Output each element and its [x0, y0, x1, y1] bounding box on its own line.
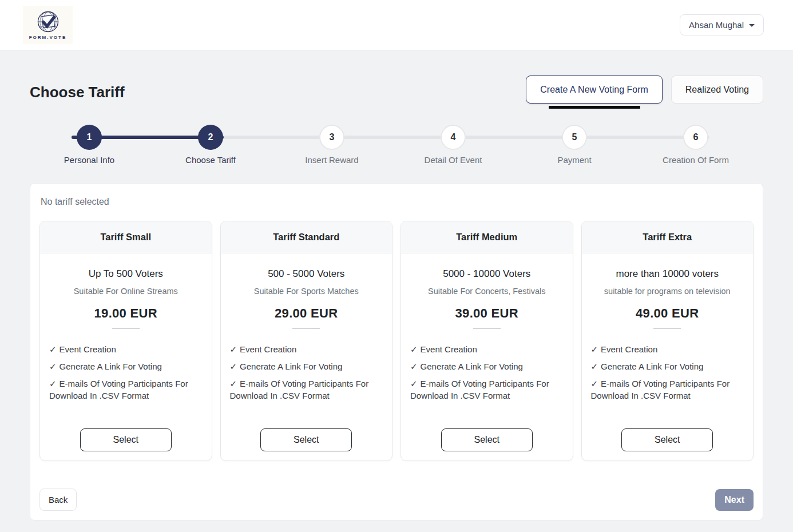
- feature-item: ✓E-mails Of Voting Participants For Down…: [410, 378, 564, 403]
- tariff-card-medium: Tariff Medium 5000 - 10000 Voters Suitab…: [401, 221, 573, 461]
- feature-item: ✓Event Creation: [591, 343, 744, 356]
- voters-range: Up To 500 Voters: [89, 268, 163, 280]
- feature-item: ✓Generate A Link For Voting: [591, 360, 744, 373]
- feature-text: Event Creation: [60, 344, 116, 354]
- tab-realized-voting[interactable]: Realized Voting: [671, 76, 763, 104]
- step-label-5: Payment: [526, 155, 623, 165]
- price: 49.00 EUR: [636, 306, 699, 321]
- suitable-for: Suitable For Online Streams: [74, 287, 178, 296]
- check-icon: ✓: [591, 344, 598, 354]
- tariff-card-body: 5000 - 10000 Voters Suitable For Concert…: [401, 253, 573, 460]
- check-icon: ✓: [591, 362, 598, 371]
- check-icon: ✓: [230, 379, 237, 388]
- status-text: No tariff selected: [41, 197, 754, 207]
- tariff-name: Tariff Small: [40, 221, 212, 253]
- top-header: FORM.VOTE Ahsan Mughal: [0, 0, 793, 50]
- next-button[interactable]: Next: [715, 489, 754, 511]
- back-button[interactable]: Back: [39, 489, 77, 511]
- user-name: Ahsan Mughal: [689, 20, 744, 30]
- logo-wordmark: FORM.VOTE: [29, 35, 67, 40]
- step-circle-5[interactable]: 5: [562, 125, 587, 150]
- active-tab-underline: [549, 106, 640, 109]
- step-detail-of-event: 4 Detail Of Event: [405, 125, 502, 165]
- feature-text: Generate A Link For Voting: [421, 362, 523, 371]
- feature-item: ✓Event Creation: [410, 343, 564, 356]
- page-title: Choose Tariff: [30, 84, 125, 101]
- feature-text: Generate A Link For Voting: [60, 362, 162, 371]
- feature-list: ✓Event Creation ✓Generate A Link For Vot…: [591, 339, 744, 402]
- step-label-2: Choose Tariff: [162, 155, 259, 165]
- tariff-name: Tariff Extra: [582, 221, 754, 253]
- price: 19.00 EUR: [94, 306, 157, 321]
- step-circle-3[interactable]: 3: [319, 125, 344, 150]
- tariff-panel: No tariff selected Tariff Small Up To 50…: [30, 183, 763, 521]
- step-circle-6[interactable]: 6: [683, 125, 708, 150]
- feature-list: ✓Event Creation ✓Generate A Link For Vot…: [410, 339, 564, 402]
- check-icon: ✓: [410, 379, 418, 388]
- view-tabs: Create A New Voting Form Realized Voting: [526, 76, 763, 109]
- check-icon: ✓: [591, 379, 598, 388]
- feature-text: Event Creation: [421, 344, 477, 354]
- tariff-card-body: more than 10000 voters suitable for prog…: [582, 253, 754, 460]
- tariff-name: Tariff Standard: [221, 221, 392, 253]
- feature-text: E-mails Of Voting Participants For Downl…: [49, 379, 188, 401]
- logo[interactable]: FORM.VOTE: [23, 6, 73, 44]
- feature-item: ✓E-mails Of Voting Participants For Down…: [230, 378, 383, 403]
- feature-text: Event Creation: [601, 344, 657, 354]
- user-menu-button[interactable]: Ahsan Mughal: [680, 14, 764, 35]
- tariff-card-small: Tariff Small Up To 500 Voters Suitable F…: [39, 221, 212, 461]
- feature-item: ✓E-mails Of Voting Participants For Down…: [591, 378, 744, 403]
- tariff-card-body: 500 - 5000 Voters Suitable For Sports Ma…: [221, 253, 392, 460]
- select-tariff-medium-button[interactable]: Select: [441, 428, 533, 451]
- price: 39.00 EUR: [455, 306, 518, 321]
- step-label-6: Creation Of Form: [647, 155, 744, 165]
- price-divider: [473, 328, 501, 329]
- check-icon: ✓: [410, 362, 418, 371]
- suitable-for: suitable for programs on television: [604, 287, 731, 296]
- check-icon: ✓: [230, 362, 237, 371]
- feature-text: Generate A Link For Voting: [240, 362, 342, 371]
- feature-text: Event Creation: [240, 344, 296, 354]
- step-payment: 5 Payment: [526, 125, 623, 165]
- tab-create-new-voting-form[interactable]: Create A New Voting Form: [526, 76, 663, 104]
- tariff-name: Tariff Medium: [401, 221, 573, 253]
- suitable-for: Suitable For Sports Matches: [254, 287, 359, 296]
- stepper: 1 Personal Info 2 Choose Tariff 3 Insert…: [30, 125, 763, 168]
- feature-item: ✓Event Creation: [49, 343, 203, 356]
- tariff-card-extra: Tariff Extra more than 10000 voters suit…: [581, 221, 754, 461]
- feature-list: ✓Event Creation ✓Generate A Link For Vot…: [230, 339, 383, 402]
- check-icon: ✓: [49, 379, 57, 388]
- step-personal-info: 1 Personal Info: [41, 125, 138, 165]
- step-circle-4[interactable]: 4: [441, 125, 466, 150]
- step-creation-of-form: 6 Creation Of Form: [647, 125, 744, 165]
- feature-item: ✓Event Creation: [230, 343, 383, 356]
- suitable-for: Suitable For Concerts, Festivals: [428, 287, 546, 296]
- voters-range: 500 - 5000 Voters: [268, 268, 344, 280]
- feature-text: E-mails Of Voting Participants For Downl…: [410, 379, 549, 401]
- feature-text: Generate A Link For Voting: [601, 362, 703, 371]
- formvote-globe-check-icon: [36, 10, 60, 34]
- step-insert-reward: 3 Insert Reward: [283, 125, 380, 165]
- step-choose-tariff: 2 Choose Tariff: [162, 125, 259, 165]
- wizard-footer: Back Next: [39, 489, 754, 511]
- price-divider: [112, 328, 140, 329]
- check-icon: ✓: [410, 344, 418, 354]
- feature-item: ✓Generate A Link For Voting: [230, 360, 383, 373]
- step-label-1: Personal Info: [41, 155, 138, 165]
- feature-list: ✓Event Creation ✓Generate A Link For Vot…: [49, 339, 203, 402]
- select-tariff-small-button[interactable]: Select: [80, 428, 172, 451]
- tariff-cards: Tariff Small Up To 500 Voters Suitable F…: [39, 221, 754, 461]
- select-tariff-standard-button[interactable]: Select: [260, 428, 352, 451]
- step-circle-2[interactable]: 2: [198, 125, 223, 150]
- tariff-card-body: Up To 500 Voters Suitable For Online Str…: [40, 253, 212, 460]
- active-tab-wrap: Create A New Voting Form: [526, 76, 663, 109]
- main-content: Choose Tariff Create A New Voting Form R…: [0, 76, 793, 521]
- tariff-card-standard: Tariff Standard 500 - 5000 Voters Suitab…: [220, 221, 393, 461]
- page-head: Choose Tariff Create A New Voting Form R…: [30, 76, 763, 109]
- feature-text: E-mails Of Voting Participants For Downl…: [591, 379, 730, 401]
- feature-item: ✓E-mails Of Voting Participants For Down…: [49, 378, 203, 403]
- feature-item: ✓Generate A Link For Voting: [49, 360, 203, 373]
- step-circle-1[interactable]: 1: [77, 125, 102, 150]
- price-divider: [653, 328, 681, 329]
- select-tariff-extra-button[interactable]: Select: [621, 428, 713, 451]
